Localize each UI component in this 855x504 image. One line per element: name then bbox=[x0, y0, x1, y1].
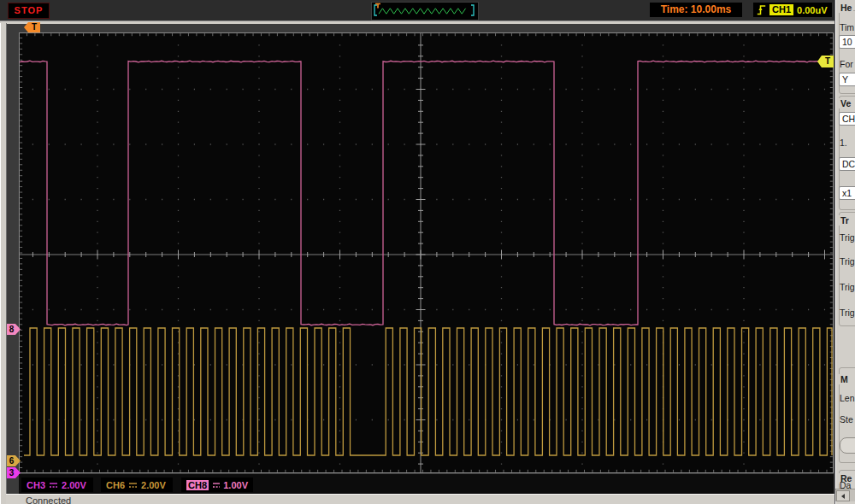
panel-scrollbar[interactable] bbox=[835, 489, 855, 501]
waveform-display[interactable] bbox=[19, 32, 834, 473]
panel-input-10[interactable]: 10 bbox=[839, 35, 855, 49]
channel-label-ch6[interactable]: CH6 2.00V bbox=[101, 478, 173, 492]
panel-label-trig: Trig bbox=[840, 256, 855, 267]
panel-label-1: 1. bbox=[840, 138, 847, 148]
panel-input-ch[interactable]: CH bbox=[839, 112, 855, 126]
panel-header-ve: Ve bbox=[839, 98, 852, 108]
dc-coupling-icon bbox=[212, 482, 220, 489]
trigger-level-value: 0.00uV bbox=[797, 5, 827, 15]
trigger-readout: CH1 0.00uV bbox=[753, 3, 832, 17]
panel-label-for: For bbox=[840, 59, 853, 69]
connection-status: Connected bbox=[26, 495, 71, 504]
panel-input-y[interactable]: Y bbox=[839, 73, 855, 86]
panel-label-trig: Trig bbox=[840, 308, 855, 318]
waveform-preview[interactable] bbox=[371, 2, 479, 21]
rising-edge-icon bbox=[757, 4, 766, 15]
timebase-readout: Time: 10.00ms bbox=[650, 3, 742, 17]
channel-scale: 2.00V bbox=[141, 480, 166, 490]
channel-scale: 1.00V bbox=[223, 480, 248, 490]
acquisition-stop-button[interactable]: STOP bbox=[8, 3, 50, 19]
trigger-source-badge[interactable]: CH1 bbox=[770, 4, 793, 15]
pulse-train-trace bbox=[24, 328, 832, 455]
control-panel[interactable]: HeTim10ForYVeCH1.DCx1TrTrigTrigTrigTrigM… bbox=[834, 0, 855, 504]
panel-label-trig: Trig bbox=[840, 282, 855, 292]
panel-input-x1[interactable]: x1 bbox=[839, 186, 855, 200]
panel-label-len: Len bbox=[840, 393, 855, 403]
top-toolbar: STOP Time: 10.00ms CH1 0.00uV bbox=[0, 0, 834, 21]
dc-coupling-icon bbox=[128, 482, 138, 489]
panel-label-tim: Tim bbox=[840, 22, 854, 32]
panel-header-m: M bbox=[839, 374, 850, 384]
panel-header-he: He bbox=[839, 3, 853, 13]
channel-name: CH8 bbox=[186, 480, 209, 490]
channel-label-ch8[interactable]: CH8 1.00V bbox=[181, 478, 253, 492]
status-bar: Connected bbox=[6, 494, 834, 504]
toolbar-separator bbox=[0, 21, 834, 24]
channel-scale: 2.00V bbox=[62, 480, 86, 490]
panel-button[interactable] bbox=[840, 437, 855, 454]
panel-label-trig: Trig bbox=[840, 232, 855, 243]
channel-name: CH6 bbox=[106, 480, 125, 490]
channel-label-ch3[interactable]: CH3 2.00V bbox=[21, 478, 93, 492]
dc-coupling-icon bbox=[49, 482, 58, 489]
channel-name: CH3 bbox=[27, 480, 45, 490]
preview-wave-icon bbox=[372, 3, 476, 18]
panel-label-ste: Ste bbox=[840, 414, 853, 425]
left-splitter[interactable] bbox=[0, 23, 7, 504]
arrow-left-icon bbox=[841, 494, 845, 499]
panel-header-tr: Tr bbox=[839, 215, 851, 226]
square-wave-trace bbox=[20, 61, 832, 325]
scroll-left-button[interactable] bbox=[836, 490, 850, 501]
panel-input-dc[interactable]: DC bbox=[839, 157, 855, 171]
